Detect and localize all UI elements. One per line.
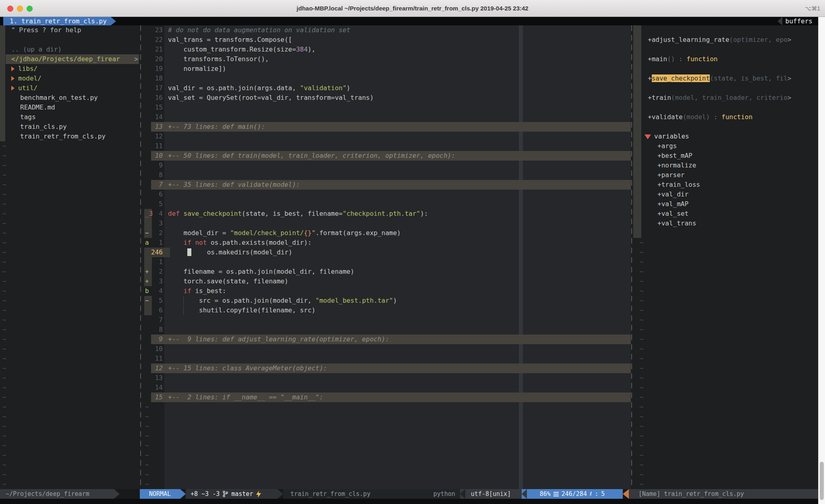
code-line[interactable]: 8: [144, 325, 631, 335]
tag-name: val_trans: [661, 219, 696, 227]
folded-code-line[interactable]: 9+-- 9 lines: def adjust_learning_rate(o…: [144, 335, 631, 344]
tagbar-variable-train_loss[interactable]: +train_loss: [633, 180, 818, 190]
empty-line-tilde: ~: [633, 431, 818, 441]
tree-item[interactable]: README.md: [0, 103, 139, 112]
terminal-scrollbar-thumb[interactable]: [820, 462, 824, 500]
folded-code-line[interactable]: 13+-- 73 lines: def main():: [144, 122, 631, 132]
tree-item[interactable]: train_cls.py: [0, 122, 139, 132]
code-line[interactable]: 21 custom_transform.Resize(size=384),: [144, 45, 631, 54]
tagbar-tag-train[interactable]: +train(model, train_loader, criterio>: [633, 93, 818, 103]
tree-item[interactable]: " Press ? for help: [0, 25, 139, 35]
folded-code-line[interactable]: 7+-- 35 lines: def validate(model):: [144, 180, 631, 190]
code-text: model_dir = "model/check_point/{}".forma…: [168, 228, 401, 238]
empty-line-tilde: ~: [0, 286, 139, 296]
code-line[interactable]: ~5 src = os.path.join(model_dir, "model_…: [144, 296, 631, 306]
command-line[interactable]: [0, 499, 818, 504]
tagbar-variable-args[interactable]: +args: [633, 141, 818, 151]
window-separator-left[interactable]: [140, 25, 141, 489]
tilde-glyph: ~: [145, 421, 149, 431]
line-number: 22: [147, 35, 163, 45]
code-text: os.makedirs(model_dir): [168, 248, 292, 257]
code-line[interactable]: 11: [144, 141, 631, 151]
code-line[interactable]: 16val_set = QuerySet(root=val_dir, trans…: [144, 93, 631, 103]
tagbar-variable-val_dir[interactable]: +val_dir: [633, 190, 818, 199]
code-line[interactable]: 12: [144, 132, 631, 141]
code-line[interactable]: _34def save_checkpoint(state, is_best, f…: [144, 209, 631, 219]
folder-collapsed-icon[interactable]: [11, 86, 15, 91]
tree-item[interactable]: libs/: [0, 64, 139, 74]
folder-collapsed-icon[interactable]: [11, 76, 15, 81]
code-line[interactable]: 20 transforms.ToTensor(),: [144, 54, 631, 64]
tagbar-variable-val_set[interactable]: +val_set: [633, 209, 818, 219]
code-line[interactable]: 9: [144, 161, 631, 170]
tag-name: main: [652, 55, 667, 63]
tree-item[interactable]: tags: [0, 112, 139, 122]
empty-line-tilde: ~: [0, 441, 139, 450]
empty-line-tilde: ~: [0, 402, 139, 412]
code-line[interactable]: 22val_trans = transforms.Compose([: [144, 35, 631, 45]
empty-line-tilde: ~: [633, 441, 818, 450]
code-editor-panel[interactable]: 23# do not do data augmentation on valid…: [144, 25, 631, 489]
terminal-scrollbar-track[interactable]: [818, 17, 825, 504]
line-number: 6: [147, 306, 163, 315]
fold-open-icon[interactable]: [645, 134, 651, 139]
empty-line-tilde: ~: [0, 161, 139, 170]
code-line[interactable]: 17val_dir = os.path.join(args.data, "val…: [144, 83, 631, 93]
window-separator-right[interactable]: [631, 25, 632, 489]
code-line[interactable]: 8: [144, 170, 631, 180]
line-number: 2: [147, 267, 163, 277]
tagbar-variable-best_mAP[interactable]: +best_mAP: [633, 151, 818, 161]
code-line[interactable]: 23# do not do data augmentation on valid…: [144, 25, 631, 35]
tagbar-tag-save_checkpoint[interactable]: +save_checkpoint(state, is_best, fil>: [633, 74, 818, 83]
code-line[interactable]: 6 shutil.copyfile(filename, src): [144, 306, 631, 315]
tagbar-section-variables[interactable]: variables: [633, 132, 818, 141]
code-line[interactable]: 13: [144, 373, 631, 383]
folded-code-line[interactable]: 10+-- 50 lines: def train(model, train_l…: [144, 151, 631, 161]
tagbar-variable-parser[interactable]: +parser: [633, 170, 818, 180]
folder-collapsed-icon[interactable]: [11, 66, 15, 71]
code-line[interactable]: 14: [144, 112, 631, 122]
tree-item[interactable]: benchmark_on_test.py: [0, 93, 139, 103]
code-line[interactable]: b4 if is_best:: [144, 286, 631, 296]
code-line[interactable]: a1 if not os.path.exists(model_dir):: [144, 238, 631, 248]
tagbar-blank-line: [633, 45, 818, 54]
empty-line-tilde: ~: [633, 373, 818, 383]
code-line[interactable]: 11: [144, 354, 631, 364]
empty-line-tilde: ~: [0, 479, 139, 489]
code-text: filename = os.path.join(model_dir, filen…: [168, 267, 354, 277]
code-line[interactable]: 15: [144, 103, 631, 112]
code-line[interactable]: 7: [144, 315, 631, 325]
code-line[interactable]: ~2 model_dir = "model/check_point/{}".fo…: [144, 228, 631, 238]
folded-code-line[interactable]: 12+-- 15 lines: class AverageMeter(objec…: [144, 364, 631, 373]
tagbar-tag-main[interactable]: +main() : function: [633, 54, 818, 64]
code-line[interactable]: 18: [144, 74, 631, 83]
tree-item[interactable]: </jdhao/Projects/deep_firear>: [0, 54, 139, 64]
code-line[interactable]: 1: [144, 257, 631, 267]
code-line[interactable]: 6: [144, 190, 631, 199]
line-number: 12: [147, 364, 163, 373]
code-line[interactable]: +2 filename = os.path.join(model_dir, fi…: [144, 267, 631, 277]
tagbar-variable-val_mAP[interactable]: +val_mAP: [633, 199, 818, 209]
tagbar-variable-val_trans[interactable]: +val_trans: [633, 219, 818, 228]
code-line[interactable]: 3: [144, 219, 631, 228]
tree-item[interactable]: util/: [0, 83, 139, 93]
tree-item[interactable]: train_retr_from_cls.py: [0, 132, 139, 141]
tree-item[interactable]: model/: [0, 74, 139, 83]
code-line[interactable]: 5: [144, 199, 631, 209]
code-line[interactable]: 246 os.makedirs(model_dir): [144, 248, 631, 257]
tagbar-tag-validate[interactable]: +validate(model) : function: [633, 112, 818, 122]
code-line[interactable]: 19 normalize]): [144, 64, 631, 74]
code-line[interactable]: 14: [144, 383, 631, 392]
code-line[interactable]: +3 torch.save(state, filename): [144, 277, 631, 286]
empty-line-tilde: ~: [0, 170, 139, 180]
empty-line-tilde: ~: [0, 257, 139, 267]
code-line[interactable]: 10: [144, 344, 631, 354]
empty-line-tilde: ~: [633, 238, 818, 248]
tree-item[interactable]: .. (up a dir): [0, 45, 139, 54]
folded-code-line[interactable]: 15+-- 2 lines: if __name__ == "__main__"…: [144, 392, 631, 402]
line-number: 8: [147, 325, 163, 335]
buffer-tab[interactable]: 1. train_retr_from_cls.py: [3, 17, 111, 25]
tagbar-variable-normalize[interactable]: +normalize: [633, 161, 818, 170]
code-text: +-- 73 lines: def main():: [168, 122, 265, 132]
tagbar-tag-adjust_learning_rate[interactable]: +adjust_learning_rate(optimizer, epo>: [633, 35, 818, 45]
